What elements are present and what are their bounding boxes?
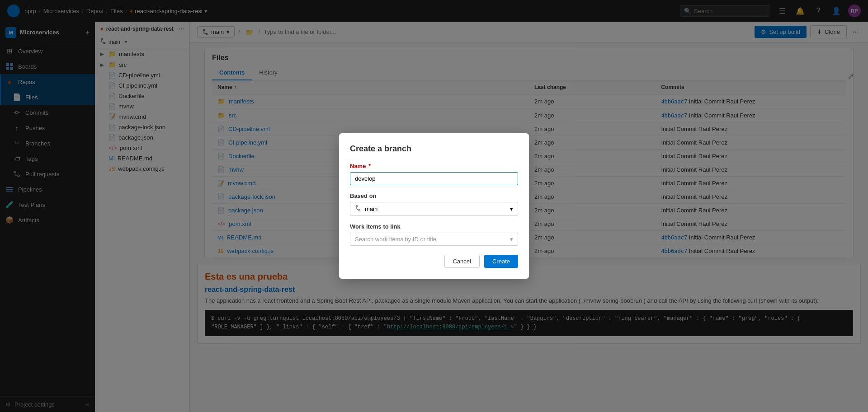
modal-based-on-label: Based on bbox=[350, 192, 518, 199]
required-indicator: * bbox=[368, 163, 371, 169]
create-button[interactable]: Create bbox=[484, 255, 518, 268]
cancel-button[interactable]: Cancel bbox=[444, 255, 480, 268]
based-on-branch-icon bbox=[355, 205, 361, 213]
create-branch-modal: Create a branch Name * Based on main ▾ bbox=[339, 133, 529, 279]
work-items-chevron-icon: ▾ bbox=[510, 236, 513, 243]
based-on-select-inner: main bbox=[355, 205, 377, 213]
work-items-placeholder: Search work items by ID or title bbox=[355, 236, 436, 243]
branch-name-input[interactable] bbox=[350, 172, 518, 185]
based-on-chevron-icon: ▾ bbox=[510, 206, 513, 212]
modal-name-label: Name * bbox=[350, 163, 518, 169]
modal-work-items-label: Work items to link bbox=[350, 223, 518, 230]
based-on-select[interactable]: main ▾ bbox=[350, 202, 518, 216]
modal-name-field: Name * bbox=[350, 163, 518, 185]
modal-work-items-field: Work items to link Search work items by … bbox=[350, 223, 518, 246]
based-on-value: main bbox=[365, 206, 377, 212]
svg-point-14 bbox=[359, 210, 360, 211]
svg-point-13 bbox=[356, 206, 358, 207]
modal-overlay[interactable]: Create a branch Name * Based on main ▾ bbox=[0, 0, 868, 412]
work-items-search[interactable]: Search work items by ID or title ▾ bbox=[350, 233, 518, 246]
modal-footer: Cancel Create bbox=[350, 255, 518, 268]
modal-based-on-field: Based on main ▾ bbox=[350, 192, 518, 216]
modal-title: Create a branch bbox=[350, 144, 518, 154]
